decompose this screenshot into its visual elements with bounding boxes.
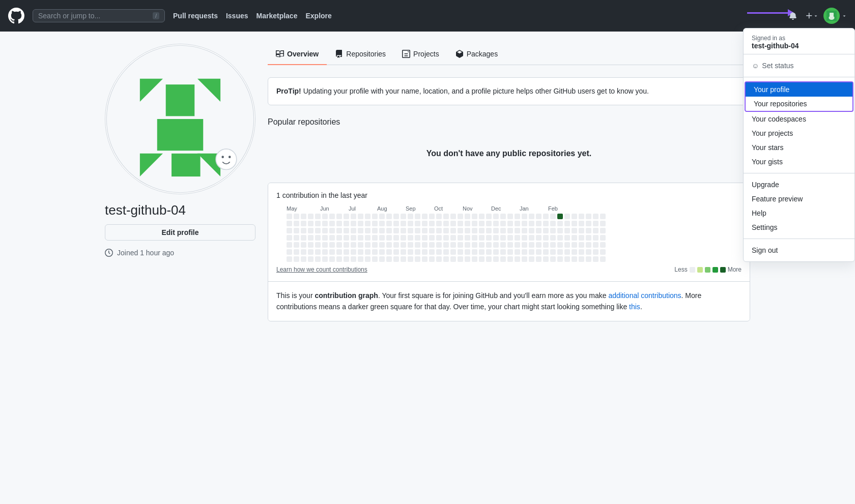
contrib-cell [493, 221, 499, 226]
contrib-cell [564, 228, 570, 233]
contrib-cell [600, 249, 606, 255]
contrib-cell [450, 256, 456, 262]
create-new-button[interactable] [802, 9, 821, 23]
contrib-cell [401, 214, 406, 219]
contrib-week [393, 214, 399, 262]
contrib-cell [550, 256, 556, 262]
nav-issues[interactable]: Issues [226, 12, 248, 20]
your-codespaces-item[interactable]: Your codespaces [744, 112, 854, 126]
contrib-cell [429, 235, 435, 241]
legend-cell-2 [705, 267, 710, 273]
tab-packages[interactable]: Packages [447, 44, 506, 65]
contrib-cell [564, 221, 570, 226]
contrib-cell [429, 242, 435, 248]
contrib-cell [429, 214, 435, 219]
settings-item[interactable]: Settings [744, 220, 854, 234]
your-stars-item[interactable]: Your stars [744, 140, 854, 155]
contrib-cell [564, 242, 570, 248]
additional-contributions-link[interactable]: additional contributions [608, 291, 681, 300]
contrib-cell [301, 242, 306, 248]
month-sep: Sep [406, 205, 434, 212]
your-repositories-item[interactable]: Your repositories [746, 97, 852, 111]
contrib-week [329, 214, 335, 262]
contrib-cell [308, 221, 314, 226]
contrib-cell [543, 235, 549, 241]
contrib-week [429, 214, 435, 262]
contrib-cell [493, 228, 499, 233]
user-dropdown-menu: Signed in as test-github-04 ☺ Set status… [743, 28, 855, 262]
svg-point-11 [216, 149, 237, 170]
contrib-cell [443, 214, 449, 219]
contrib-week [408, 214, 413, 262]
tab-repositories[interactable]: Repositories [327, 44, 394, 65]
feature-preview-item[interactable]: Feature preview [744, 192, 854, 206]
your-profile-item[interactable]: Your profile [746, 82, 852, 97]
tab-projects[interactable]: Projects [394, 44, 447, 65]
contrib-cell [358, 214, 363, 219]
contrib-cell [322, 221, 328, 226]
contrib-cell [507, 221, 513, 226]
contrib-cell [336, 228, 342, 233]
learn-contributions-link[interactable]: Learn how we count contributions [276, 266, 367, 273]
contrib-week [301, 214, 306, 262]
your-gists-item[interactable]: Your gists [744, 155, 854, 169]
help-item[interactable]: Help [744, 206, 854, 220]
contrib-cell [572, 228, 577, 233]
header-search[interactable]: / [33, 9, 165, 22]
notifications-button[interactable] [786, 9, 800, 23]
contrib-cell [443, 221, 449, 226]
legend-cell-3 [712, 267, 718, 273]
contrib-week [522, 214, 527, 262]
contrib-cell [500, 235, 506, 241]
contrib-cell [329, 235, 335, 241]
contrib-week [536, 214, 542, 262]
user-avatar-button[interactable] [823, 8, 847, 24]
contrib-cell [294, 228, 299, 233]
nav-explore[interactable]: Explore [305, 12, 331, 20]
contrib-week [515, 214, 520, 262]
github-logo[interactable] [8, 8, 24, 24]
contrib-cell [557, 214, 563, 219]
contrib-cell [436, 228, 442, 233]
nav-pull-requests[interactable]: Pull requests [173, 12, 218, 20]
this-link[interactable]: this [629, 303, 640, 311]
contrib-cell [450, 228, 456, 233]
contrib-cell [507, 214, 513, 219]
contrib-cell [543, 256, 549, 262]
tab-overview[interactable]: Overview [268, 44, 327, 65]
contrib-cell [579, 249, 584, 255]
edit-profile-button[interactable]: Edit profile [105, 224, 255, 241]
contrib-cell [515, 214, 520, 219]
contrib-cell [287, 221, 292, 226]
contrib-cell [572, 221, 577, 226]
contrib-cell [557, 235, 563, 241]
contrib-cell [522, 221, 527, 226]
your-projects-item[interactable]: Your projects [744, 126, 854, 140]
contrib-cell [386, 221, 392, 226]
contrib-cell [372, 221, 378, 226]
contrib-cell [529, 221, 534, 226]
contrib-cell [586, 249, 591, 255]
contribution-section: 1 contribution in the last year May Jun … [268, 183, 750, 281]
contrib-week [564, 214, 570, 262]
set-status-item[interactable]: ☺ Set status [744, 58, 854, 73]
dropdown-username: test-github-04 [752, 42, 846, 50]
contrib-cell [344, 214, 349, 219]
svg-point-12 [221, 156, 224, 158]
upgrade-item[interactable]: Upgrade [744, 177, 854, 192]
contrib-cell [579, 256, 584, 262]
contrib-cell [329, 249, 335, 255]
contrib-cell [543, 221, 549, 226]
contrib-cell [550, 249, 556, 255]
contrib-cell [529, 249, 534, 255]
contrib-week [572, 214, 577, 262]
sign-out-item[interactable]: Sign out [744, 243, 854, 257]
contrib-cell [493, 256, 499, 262]
contrib-week [336, 214, 342, 262]
contrib-week [557, 214, 563, 262]
avatar [823, 8, 840, 24]
search-input[interactable] [38, 12, 150, 20]
contrib-cell [500, 256, 506, 262]
contrib-cell [386, 256, 392, 262]
nav-marketplace[interactable]: Marketplace [256, 12, 298, 20]
